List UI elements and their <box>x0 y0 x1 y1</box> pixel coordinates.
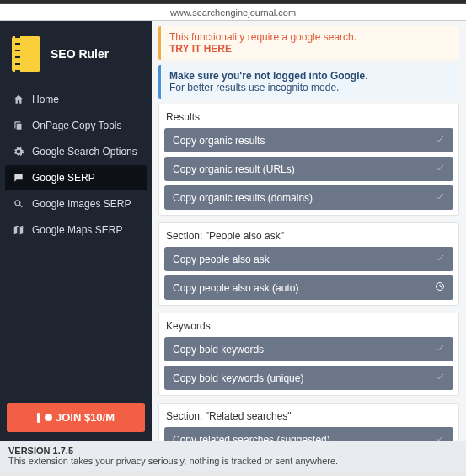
copy-button[interactable]: Copy organic results <box>164 128 453 152</box>
section: Section: "People also ask"Copy people al… <box>158 222 459 306</box>
check-icon <box>435 253 445 265</box>
brand-block: SEO Ruler <box>5 26 147 87</box>
copy-button[interactable]: Copy bold keywords <box>164 337 453 361</box>
join-label: JOIN $10/M <box>56 411 115 424</box>
section: Section: "Related searches"Copy related … <box>158 403 459 441</box>
copy-button[interactable]: Copy organic results (domains) <box>164 185 453 210</box>
check-icon <box>435 372 445 384</box>
copy-button[interactable]: Copy people also ask <box>164 247 453 271</box>
brand-title: SEO Ruler <box>51 47 109 61</box>
button-label: Copy related searches (suggested) <box>173 434 330 441</box>
alert-text: For better results use incognito mode. <box>169 82 451 94</box>
address-bar: www.searchenginejournal.com <box>0 4 466 21</box>
map-icon <box>12 223 25 237</box>
section: KeywordsCopy bold keywordsCopy bold keyw… <box>158 313 459 396</box>
button-label: Copy organic results <box>173 135 265 147</box>
button-label: Copy bold keywords <box>173 344 264 356</box>
alert-text: Make sure you're not logged into Google. <box>169 70 451 82</box>
button-label: Copy organic results (domains) <box>173 192 313 204</box>
main-panel: This functionality require a google sear… <box>152 21 466 441</box>
gear-icon <box>12 145 25 158</box>
alert-text: This functionality require a google sear… <box>169 31 451 43</box>
app-container: SEO Ruler Home OnPage Copy Tools Google … <box>0 21 466 441</box>
privacy-text: This extension takes your privacy seriou… <box>8 456 458 466</box>
nav-list: Home OnPage Copy Tools Google Search Opt… <box>5 87 147 399</box>
nav-label: OnPage Copy Tools <box>32 120 122 131</box>
ruler-icon <box>12 36 40 72</box>
sidebar: SEO Ruler Home OnPage Copy Tools Google … <box>0 21 152 441</box>
footer: VERSION 1.7.5 This extension takes your … <box>0 441 466 471</box>
button-label: Copy people also ask (auto) <box>173 282 298 294</box>
search-bubble-icon <box>12 171 25 185</box>
alert-info: Make sure you're not logged into Google.… <box>158 65 459 99</box>
check-icon <box>435 343 445 356</box>
check-icon <box>435 163 445 175</box>
section: ResultsCopy organic resultsCopy organic … <box>158 104 459 216</box>
button-label: Copy organic result (URLs) <box>173 163 295 175</box>
copy-button[interactable]: Copy bold keywords (unique) <box>164 366 453 390</box>
nav-label: Google Search Options <box>32 146 137 158</box>
section-title: Section: "Related searches" <box>164 407 453 427</box>
nav-label: Google Maps SERP <box>32 224 122 236</box>
patreon-dot-icon <box>45 414 52 421</box>
join-button[interactable]: JOIN $10/M <box>7 403 145 432</box>
nav-label: Home <box>32 94 59 105</box>
nav-home[interactable]: Home <box>5 87 147 112</box>
home-icon <box>12 93 25 106</box>
clock-icon <box>435 281 445 294</box>
check-icon <box>435 433 445 441</box>
nav-onpage-copy-tools[interactable]: OnPage Copy Tools <box>5 113 147 138</box>
nav-google-maps-serp[interactable]: Google Maps SERP <box>5 217 147 243</box>
button-label: Copy people also ask <box>173 254 270 265</box>
nav-google-images-serp[interactable]: Google Images SERP <box>5 191 147 217</box>
url-text: www.searchenginejournal.com <box>170 8 296 18</box>
search-icon <box>12 197 25 211</box>
section-title: Section: "People also ask" <box>164 227 453 247</box>
nav-label: Google Images SERP <box>32 198 131 210</box>
nav-label: Google SERP <box>32 172 95 184</box>
copy-icon <box>12 119 25 132</box>
alert-warning: This functionality require a google sear… <box>158 26 459 60</box>
section-title: Results <box>164 108 453 128</box>
section-title: Keywords <box>164 317 453 337</box>
check-icon <box>435 134 445 147</box>
copy-button[interactable]: Copy people also ask (auto) <box>164 275 453 300</box>
try-it-here-link[interactable]: TRY IT HERE <box>169 43 451 55</box>
copy-button[interactable]: Copy organic result (URLs) <box>164 157 453 181</box>
check-icon <box>435 191 445 204</box>
copy-button[interactable]: Copy related searches (suggested) <box>164 427 453 441</box>
version-text: VERSION 1.7.5 <box>8 446 458 456</box>
nav-google-search-options[interactable]: Google Search Options <box>5 139 147 164</box>
button-label: Copy bold keywords (unique) <box>173 372 303 384</box>
nav-google-serp[interactable]: Google SERP <box>5 165 147 190</box>
patreon-bar-icon <box>37 413 40 423</box>
